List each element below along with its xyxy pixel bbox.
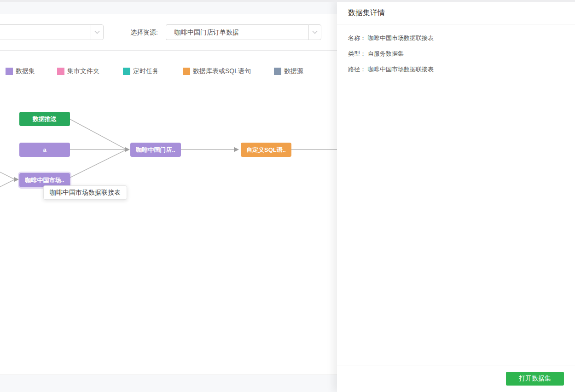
- resource-select-label: 选择资源:: [130, 14, 158, 51]
- field-path-label: 路径：: [348, 66, 366, 73]
- legend-item-scheduled-task: 定时任务: [123, 68, 159, 75]
- chevron-down-icon[interactable]: [308, 24, 321, 40]
- main-area: 选择资源: 咖啡中国门店订单数据 数据集 集市文件夹 定时任务: [0, 0, 337, 392]
- lineage-page: 选择资源: 咖啡中国门店订单数据 数据集 集市文件夹 定时任务: [0, 0, 575, 392]
- legend-label: 数据库表或SQL语句: [193, 67, 251, 75]
- db-table-sql-swatch-icon: [183, 68, 190, 75]
- node-data-push[interactable]: 数据推送: [19, 112, 70, 126]
- datasource-swatch-icon: [274, 68, 281, 75]
- node-tooltip: 咖啡中国市场数据联接表: [43, 185, 127, 200]
- legend-item-dataset: 数据集: [6, 68, 35, 75]
- field-path-value: 咖啡中国市场数据联接表: [368, 66, 434, 73]
- panel-body: 名称：咖啡中国市场数据联接表 类型：自服务数据集 路径：咖啡中国市场数据联接表: [337, 24, 575, 73]
- legend-label: 定时任务: [133, 67, 159, 75]
- toolbar: 选择资源: 咖啡中国门店订单数据: [0, 14, 337, 51]
- resource-select[interactable]: 咖啡中国门店订单数据: [166, 24, 321, 40]
- scheduled-task-swatch-icon: [123, 68, 130, 75]
- panel-header: 数据集详情: [337, 0, 575, 24]
- edge-lines: [0, 51, 337, 375]
- lineage-canvas: 数据集 集市文件夹 定时任务 数据库表或SQL语句 数据源: [0, 51, 337, 375]
- legend-item-db-table-sql: 数据库表或SQL语句: [183, 68, 251, 75]
- panel-footer: 打开数据集: [337, 365, 575, 392]
- legend-label: 集市文件夹: [67, 67, 99, 75]
- mart-folder-swatch-icon: [57, 68, 64, 75]
- node-coffee-china-store[interactable]: 咖啡中国门店..: [130, 143, 181, 157]
- resource-select-value[interactable]: 咖啡中国门店订单数据: [166, 24, 308, 40]
- field-type-value: 自服务数据集: [368, 50, 404, 57]
- top-strip: [0, 0, 575, 2]
- node-dataset-a[interactable]: a: [19, 143, 70, 157]
- bottom-status-bar: [0, 375, 337, 392]
- open-dataset-button[interactable]: 打开数据集: [506, 372, 564, 386]
- field-name-label: 名称：: [348, 35, 366, 41]
- panel-title: 数据集详情: [348, 9, 385, 17]
- legend-label: 数据源: [284, 67, 303, 75]
- field-type: 类型：自服务数据集: [348, 50, 564, 57]
- left-resource-select-value[interactable]: [0, 24, 91, 40]
- legend-item-mart-folder: 集市文件夹: [57, 68, 99, 75]
- node-custom-sql[interactable]: 自定义SQL语..: [241, 143, 291, 157]
- field-type-label: 类型：: [348, 50, 366, 57]
- dataset-detail-panel: 数据集详情 名称：咖啡中国市场数据联接表 类型：自服务数据集 路径：咖啡中国市场…: [337, 0, 575, 392]
- field-path: 路径：咖啡中国市场数据联接表: [348, 66, 564, 73]
- field-name-value: 咖啡中国市场数据联接表: [368, 35, 434, 41]
- field-name: 名称：咖啡中国市场数据联接表: [348, 35, 564, 41]
- legend-label: 数据集: [16, 67, 35, 75]
- chevron-down-icon[interactable]: [91, 24, 104, 40]
- left-resource-select[interactable]: [0, 24, 104, 40]
- legend-item-datasource: 数据源: [274, 68, 303, 75]
- dataset-swatch-icon: [6, 68, 13, 75]
